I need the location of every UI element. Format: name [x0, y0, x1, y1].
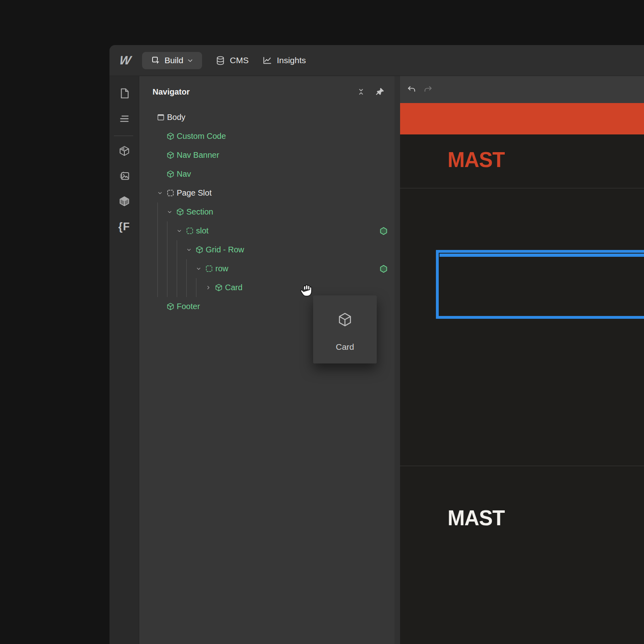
line-chart-icon — [262, 55, 272, 66]
chevron-down-icon — [187, 58, 193, 64]
build-label: Build — [165, 56, 184, 65]
cube-icon — [165, 146, 175, 165]
webflow-designer: W Build — [0, 0, 644, 644]
collapse-panel-icon[interactable] — [357, 87, 365, 96]
navigator-title: Navigator — [153, 87, 357, 97]
redo-icon[interactable] — [423, 85, 433, 95]
pages-icon[interactable] — [118, 87, 130, 99]
drop-target-outline[interactable] — [436, 250, 644, 319]
webflow-logo-icon[interactable]: W — [115, 54, 136, 67]
canvas-footer-title[interactable]: MAST — [448, 505, 505, 530]
undo-icon[interactable] — [407, 85, 417, 95]
canvas-hero-title[interactable]: MAST — [448, 147, 505, 172]
insights-label: Insights — [277, 56, 306, 65]
tree-item-nav-banner[interactable]: Nav Banner — [139, 146, 394, 165]
tree-item-row[interactable]: row — [139, 259, 394, 278]
slot-icon — [184, 221, 195, 240]
cms-tab[interactable]: CMS — [215, 56, 249, 66]
design-canvas[interactable]: MAST MAST — [400, 76, 644, 644]
tree-item-card[interactable]: Card — [139, 278, 394, 297]
tree-item-slot[interactable]: slot — [139, 221, 394, 240]
tree-item-nav[interactable]: Nav — [139, 165, 394, 184]
navigator-header: Navigator — [139, 76, 394, 107]
drag-ghost: Card — [313, 295, 377, 363]
tree-item-label: Nav Banner — [177, 151, 219, 160]
drag-ghost-label: Card — [336, 342, 354, 352]
tree-item-label: Footer — [177, 302, 200, 311]
cms-label: CMS — [230, 56, 249, 65]
chevron-down-icon[interactable] — [164, 202, 175, 221]
navigator-icon[interactable] — [118, 112, 131, 125]
app-window: W Build — [109, 45, 644, 644]
body-icon — [155, 108, 166, 127]
tree-item-page-slot[interactable]: Page Slot — [139, 184, 394, 202]
chevron-down-icon[interactable] — [174, 221, 184, 240]
tree-item-body[interactable]: Body — [139, 108, 394, 127]
chevron-down-icon[interactable] — [193, 259, 204, 278]
assets-icon[interactable] — [118, 170, 130, 182]
tree-item-label: Grid - Row — [206, 245, 244, 254]
body-area: {F Navigator — [109, 76, 644, 644]
cube-icon — [165, 165, 175, 184]
tree-item-label: Section — [186, 207, 213, 217]
tree-item-label: Custom Code — [177, 132, 226, 141]
functions-icon[interactable]: {F — [118, 221, 130, 233]
tree-item-label: Nav — [177, 169, 191, 179]
add-elements-icon[interactable] — [118, 145, 130, 157]
database-icon — [215, 56, 225, 66]
canvas-toolbar — [400, 76, 644, 103]
select-cursor-icon — [151, 56, 161, 65]
top-bar: W Build — [109, 45, 644, 76]
chevron-down-icon[interactable] — [184, 240, 194, 259]
drop-insertion-line — [440, 254, 644, 257]
cube-icon — [165, 127, 175, 146]
tree-item-label: slot — [196, 226, 208, 235]
tree-item-custom-code[interactable]: Custom Code — [139, 127, 394, 146]
cube-icon — [213, 278, 224, 297]
tree-item-grid-row[interactable]: Grid - Row — [139, 240, 394, 259]
build-mode-button[interactable]: Build — [142, 52, 202, 69]
hexagon-badge-icon[interactable] — [379, 264, 388, 273]
chevron-right-icon[interactable] — [203, 278, 213, 297]
components-icon[interactable] — [118, 195, 130, 207]
tree-item-label: Body — [167, 113, 186, 122]
slot-icon — [165, 184, 175, 202]
panel-resize-gutter[interactable] — [394, 76, 400, 644]
tree-item-section[interactable]: Section — [139, 202, 394, 221]
cube-icon — [194, 240, 204, 259]
hexagon-badge-icon[interactable] — [379, 227, 388, 235]
canvas-section-divider — [400, 188, 644, 188]
pin-panel-icon[interactable] — [375, 87, 385, 97]
tree-item-label: Page Slot — [177, 188, 212, 198]
slot-icon — [204, 259, 214, 278]
chevron-down-icon[interactable] — [155, 184, 165, 202]
cube-icon — [175, 202, 185, 221]
canvas-section-divider — [400, 466, 644, 466]
insights-tab[interactable]: Insights — [262, 55, 306, 66]
tree-item-label: row — [215, 264, 228, 273]
cube-icon — [337, 312, 353, 328]
canvas-nav-banner[interactable] — [400, 103, 644, 134]
cube-icon — [165, 297, 175, 316]
left-toolbar: {F — [109, 76, 139, 644]
toolbar-divider — [114, 136, 133, 136]
tree-item-label: Card — [225, 283, 242, 292]
element-tree: BodyCustom CodeNav BannerNavPage SlotSec… — [139, 108, 394, 644]
